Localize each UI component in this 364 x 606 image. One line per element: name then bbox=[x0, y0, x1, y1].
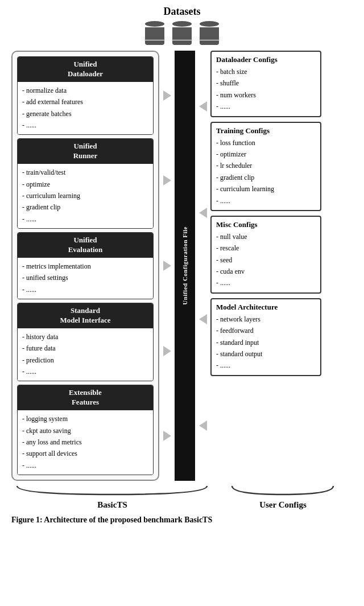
unified-dataloader-body: normalize data add external features gen… bbox=[18, 82, 153, 135]
model-arch-box: Model Architecture network layers feedfo… bbox=[210, 298, 321, 376]
arrow-right-3 bbox=[163, 261, 171, 271]
item-std-input: standard input bbox=[216, 337, 316, 348]
arrow-right-1 bbox=[163, 90, 171, 101]
arrows-left bbox=[159, 51, 175, 481]
arrows-right bbox=[195, 51, 210, 481]
db-icon-1 bbox=[145, 21, 164, 45]
db-icon-3 bbox=[200, 21, 219, 45]
full-diagram: UnifiedDataloader normalize data add ext… bbox=[11, 51, 353, 481]
item-more-arch: ...... bbox=[216, 360, 316, 371]
datasets-title: Datasets bbox=[164, 6, 201, 18]
left-panel: UnifiedDataloader normalize data add ext… bbox=[11, 51, 159, 481]
item-more-dl-cfg: ...... bbox=[216, 101, 316, 112]
item-batches: generate batches bbox=[22, 108, 148, 119]
basicts-brace: BasicTS bbox=[11, 483, 213, 510]
right-panel: Dataloader Configs batch size shuffle nu… bbox=[210, 51, 321, 481]
unified-dataloader-block: UnifiedDataloader normalize data add ext… bbox=[17, 56, 154, 135]
item-logging: logging system bbox=[22, 413, 148, 424]
unified-evaluation-header: UnifiedEvaluation bbox=[18, 233, 153, 258]
misc-configs-body: null value rescale seed cuda env ...... bbox=[216, 231, 316, 289]
arrow-left-3 bbox=[199, 314, 207, 324]
dataloader-configs-body: batch size shuffle num workers ...... bbox=[216, 66, 316, 113]
misc-configs-box: Misc Configs null value rescale seed cud… bbox=[210, 216, 321, 294]
unified-runner-header: UnifiedRunner bbox=[18, 139, 153, 164]
user-configs-label: User Configs bbox=[259, 500, 307, 510]
item-more-train-cfg: ...... bbox=[216, 195, 316, 207]
item-rescale: rescale bbox=[216, 242, 316, 254]
arrow-left-1 bbox=[199, 101, 207, 112]
middle-section: Unified Configuration File bbox=[159, 51, 210, 481]
db-icon-2 bbox=[172, 21, 192, 45]
item-more-dl: ...... bbox=[22, 119, 148, 131]
item-optimize: optimize bbox=[22, 179, 148, 190]
arrow-left-2 bbox=[199, 208, 207, 218]
figure-caption-text: Figure 1: Architecture of the proposed b… bbox=[11, 516, 212, 524]
brace-row: BasicTS User Configs bbox=[11, 483, 353, 510]
brace-left-svg bbox=[11, 483, 213, 500]
db-icons-row bbox=[145, 21, 219, 45]
unified-evaluation-block: UnifiedEvaluation metrics implementation… bbox=[17, 232, 154, 299]
item-more-eval: ...... bbox=[22, 284, 148, 295]
item-optimizer: optimizer bbox=[216, 149, 316, 160]
extensible-features-header: ExtensibleFeatures bbox=[18, 385, 153, 410]
training-configs-box: Training Configs loss function optimizer… bbox=[210, 122, 321, 211]
item-grad-clip: gradient clip bbox=[216, 172, 316, 183]
extensible-features-body: logging system ckpt auto saving any loss… bbox=[18, 410, 153, 475]
training-configs-title: Training Configs bbox=[216, 126, 316, 135]
standard-model-block: StandardModel Interface history data fut… bbox=[17, 303, 154, 381]
item-external: add external features bbox=[22, 96, 148, 108]
arrow-right-2 bbox=[163, 175, 171, 185]
item-ckpt: ckpt auto saving bbox=[22, 425, 148, 436]
item-history: history data bbox=[22, 331, 148, 343]
training-configs-body: loss function optimizer lr scheduler gra… bbox=[216, 137, 316, 207]
unified-runner-body: train/valid/test optimize curriculum lea… bbox=[18, 164, 153, 228]
dataloader-configs-title: Dataloader Configs bbox=[216, 55, 316, 64]
figure-caption: Figure 1: Architecture of the proposed b… bbox=[11, 516, 353, 525]
item-loss-metrics: any loss and metrics bbox=[22, 436, 148, 448]
item-null-value: null value bbox=[216, 231, 316, 242]
item-num-workers: num workers bbox=[216, 89, 316, 101]
standard-model-header: StandardModel Interface bbox=[18, 303, 153, 328]
item-curriculum: curriculum learning bbox=[22, 190, 148, 201]
item-curriculum-cfg: curriculum learning bbox=[216, 183, 316, 195]
item-normalize: normalize data bbox=[22, 85, 148, 96]
item-seed: seed bbox=[216, 254, 316, 266]
item-more-ext: ...... bbox=[22, 460, 148, 471]
item-more-model: ...... bbox=[22, 366, 148, 377]
basicts-label: BasicTS bbox=[97, 500, 127, 510]
standard-model-body: history data future data prediction ....… bbox=[18, 328, 153, 381]
dataloader-configs-box: Dataloader Configs batch size shuffle nu… bbox=[210, 51, 321, 117]
item-future: future data bbox=[22, 343, 148, 354]
arrow-left-4 bbox=[199, 421, 207, 431]
unified-runner-block: UnifiedRunner train/valid/test optimize … bbox=[17, 138, 154, 229]
item-feedforward: feedforward bbox=[216, 325, 316, 336]
item-devices: support all devices bbox=[22, 448, 148, 459]
brace-right-svg bbox=[228, 483, 338, 500]
item-train: train/valid/test bbox=[22, 167, 148, 178]
item-shuffle: shuffle bbox=[216, 77, 316, 89]
item-network-layers: network layers bbox=[216, 314, 316, 325]
item-metrics-impl: metrics implementation bbox=[22, 261, 148, 272]
item-cuda-env: cuda env bbox=[216, 266, 316, 277]
item-lr-scheduler: lr scheduler bbox=[216, 160, 316, 171]
model-arch-title: Model Architecture bbox=[216, 303, 316, 312]
unified-evaluation-body: metrics implementation unified settings … bbox=[18, 258, 153, 299]
item-more-runner: ...... bbox=[22, 213, 148, 225]
config-bar: Unified Configuration File bbox=[175, 51, 195, 481]
item-std-output: standard output bbox=[216, 348, 316, 360]
misc-configs-title: Misc Configs bbox=[216, 220, 316, 229]
item-unified-settings: unified settings bbox=[22, 272, 148, 283]
item-batch-size: batch size bbox=[216, 66, 316, 77]
unified-dataloader-header: UnifiedDataloader bbox=[18, 57, 153, 82]
item-loss-fn: loss function bbox=[216, 137, 316, 149]
extensible-features-block: ExtensibleFeatures logging system ckpt a… bbox=[17, 385, 154, 475]
user-configs-brace: User Configs bbox=[213, 483, 353, 510]
item-more-misc: ...... bbox=[216, 277, 316, 288]
model-arch-body: network layers feedforward standard inpu… bbox=[216, 314, 316, 372]
arrow-right-5 bbox=[163, 431, 171, 441]
config-bar-label: Unified Configuration File bbox=[181, 226, 188, 305]
arrow-right-4 bbox=[163, 346, 171, 356]
item-prediction: prediction bbox=[22, 354, 148, 366]
item-gradient-clip: gradient clip bbox=[22, 201, 148, 213]
